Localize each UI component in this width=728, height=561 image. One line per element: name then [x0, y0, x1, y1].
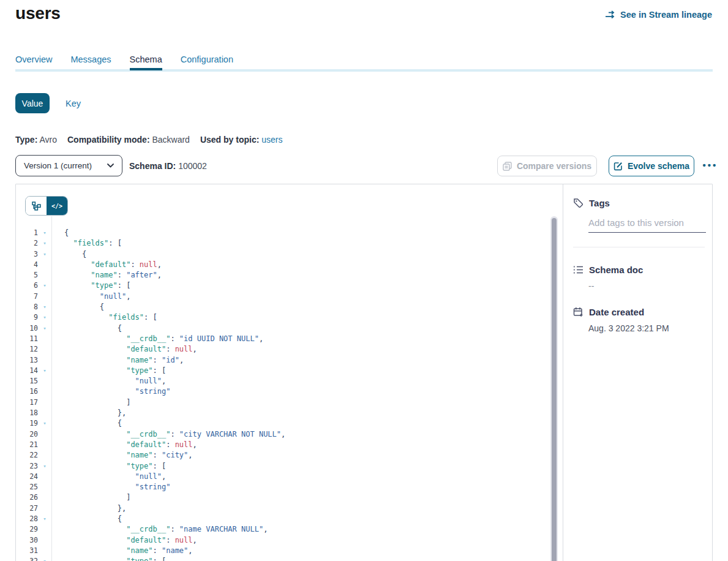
tags-heading-label: Tags	[589, 198, 610, 208]
line-number: 24	[16, 472, 38, 482]
fold-toggle-icon[interactable]: ▾	[38, 249, 51, 260]
compare-versions-button[interactable]: Compare versions	[497, 156, 597, 176]
code-line: 13 "name": "id",	[16, 355, 554, 366]
used-by-topic-link[interactable]: users	[261, 135, 282, 145]
code-line-text: "type": [	[51, 366, 166, 376]
editor-scrollbar-thumb[interactable]	[552, 218, 557, 561]
fold-spacer	[38, 492, 51, 503]
code-line-text: {	[51, 418, 122, 429]
line-number: 22	[16, 450, 38, 461]
code-line: 7 "null",	[16, 292, 554, 302]
code-line: 25 "string"	[16, 482, 554, 492]
list-icon	[573, 265, 584, 274]
code-view-icon: </>	[51, 203, 62, 209]
code-view-button[interactable]: </>	[47, 197, 67, 215]
evolve-schema-button[interactable]: Evolve schema	[609, 156, 694, 176]
code-line-text: "type": [	[51, 461, 166, 472]
code-line-text: "name": "name",	[51, 546, 193, 556]
fold-spacer	[38, 524, 51, 535]
fold-spacer	[38, 546, 51, 556]
code-line-text: {	[51, 228, 69, 238]
code-line: 20 "__crdb__": "city VARCHAR NOT NULL",	[16, 429, 554, 440]
code-line-text: "name": "id",	[51, 355, 184, 366]
code-line-text: "type": [	[51, 556, 166, 561]
fold-spacer	[38, 376, 51, 386]
fold-toggle-icon[interactable]: ▾	[38, 366, 51, 376]
code-line: 24 "null",	[16, 472, 554, 482]
stream-lineage-icon	[605, 10, 616, 19]
code-line-text: ]	[51, 492, 130, 503]
code-line: 4 "default": null,	[16, 260, 554, 270]
line-number: 2	[16, 238, 38, 249]
key-toggle-link[interactable]: Key	[66, 99, 81, 108]
schema-type-value: Avro	[39, 135, 57, 145]
evolve-schema-label: Evolve schema	[628, 161, 689, 171]
fold-toggle-icon[interactable]: ▾	[38, 302, 51, 312]
fold-toggle-icon[interactable]: ▾	[38, 514, 51, 524]
page-title: users	[15, 4, 61, 23]
compare-versions-label: Compare versions	[517, 161, 591, 171]
fold-spacer	[38, 386, 51, 397]
line-number: 26	[16, 492, 38, 503]
fold-toggle-icon[interactable]: ▾	[38, 312, 51, 323]
date-created-heading: Date created	[573, 307, 702, 317]
fold-toggle-icon[interactable]: ▾	[38, 556, 51, 561]
more-options-button[interactable]: •••	[699, 154, 721, 175]
line-number: 15	[16, 376, 38, 386]
tab-messages[interactable]: Messages	[70, 55, 111, 70]
see-in-stream-lineage-link[interactable]: See in Stream lineage	[605, 10, 712, 20]
fold-spacer	[38, 334, 51, 344]
fold-toggle-icon[interactable]: ▾	[38, 461, 51, 472]
schema-id: Schema ID: 100002	[129, 161, 207, 171]
schema-type: Type: Avro	[15, 135, 57, 145]
tags-input[interactable]	[588, 217, 706, 232]
fold-toggle-icon[interactable]: ▾	[38, 280, 51, 291]
line-number: 11	[16, 334, 38, 344]
fold-toggle-icon[interactable]: ▾	[38, 228, 51, 238]
tab-overview[interactable]: Overview	[15, 55, 52, 70]
code-line-text: "type": [	[51, 280, 130, 291]
code-line-text: "name": "city",	[51, 450, 193, 461]
schema-doc-heading-label: Schema doc	[589, 265, 643, 275]
code-line-text: "default": null,	[51, 260, 162, 270]
line-number: 1	[16, 228, 38, 238]
code-line: 16 "string"	[16, 386, 554, 397]
line-number: 7	[16, 292, 38, 302]
date-created-heading-label: Date created	[589, 307, 644, 317]
line-number: 32	[16, 556, 38, 561]
compatibility-mode-label: Compatibility mode:	[67, 135, 150, 145]
fold-spacer	[38, 429, 51, 440]
code-line: 27 },	[16, 503, 554, 514]
version-select[interactable]: Version 1 (current)	[15, 155, 122, 176]
version-select-value: Version 1 (current)	[24, 161, 92, 170]
code-line: 31 "name": "name",	[16, 546, 554, 556]
code-line: 1▾{	[16, 228, 554, 238]
used-by-topic-label: Used by topic:	[200, 135, 259, 145]
tab-schema[interactable]: Schema	[130, 55, 162, 70]
line-number: 19	[16, 418, 38, 429]
fold-toggle-icon[interactable]: ▾	[38, 418, 51, 429]
chevron-down-icon	[107, 164, 114, 168]
line-number: 21	[16, 440, 38, 450]
fold-spacer	[38, 397, 51, 408]
line-number: 8	[16, 302, 38, 312]
fold-spacer	[38, 270, 51, 280]
tab-configuration[interactable]: Configuration	[181, 55, 233, 70]
tags-input-wrap	[588, 217, 706, 233]
line-number: 12	[16, 344, 38, 355]
code-line: 10▾ {	[16, 323, 554, 334]
code-line-text: "__crdb__": "id UUID NOT NULL",	[51, 334, 263, 344]
code-line: 9▾ "fields": [	[16, 312, 554, 323]
code-line: 14▾ "type": [	[16, 366, 554, 376]
fold-spacer	[38, 355, 51, 366]
code-line: 32▾ "type": [	[16, 556, 554, 561]
code-line: 18 },	[16, 408, 554, 418]
editor-scrollbar-track[interactable]	[550, 216, 558, 561]
value-toggle-button[interactable]: Value	[15, 93, 50, 113]
schema-type-label: Type:	[15, 135, 37, 145]
fold-toggle-icon[interactable]: ▾	[38, 238, 51, 249]
line-number: 6	[16, 280, 38, 291]
fold-toggle-icon[interactable]: ▾	[38, 323, 51, 334]
tree-view-button[interactable]	[26, 197, 47, 215]
used-by-topic: Used by topic: users	[200, 135, 283, 145]
